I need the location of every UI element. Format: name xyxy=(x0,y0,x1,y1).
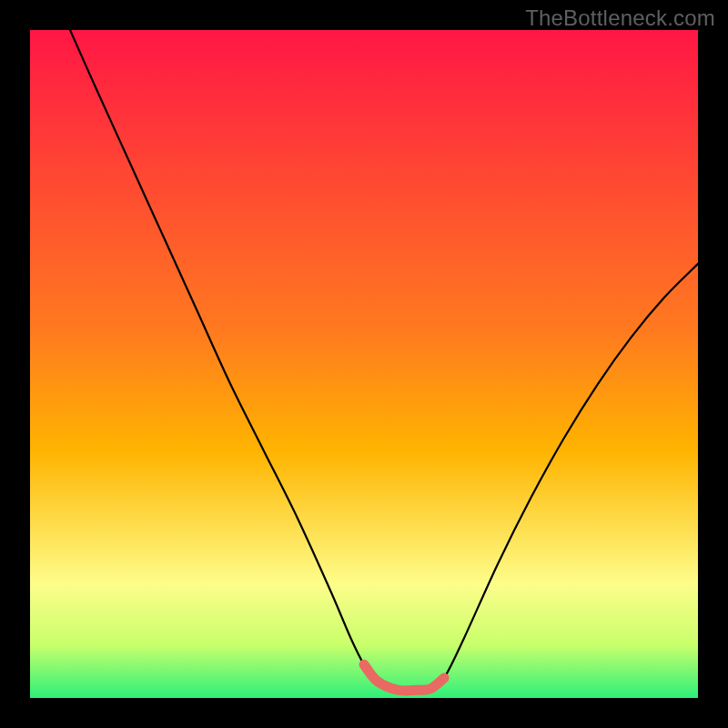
watermark-text: TheBottleneck.com xyxy=(525,5,715,31)
chart-frame: TheBottleneck.com xyxy=(0,0,728,728)
svg-rect-0 xyxy=(30,30,698,698)
plot-area xyxy=(30,30,698,698)
plot-svg xyxy=(30,30,698,698)
